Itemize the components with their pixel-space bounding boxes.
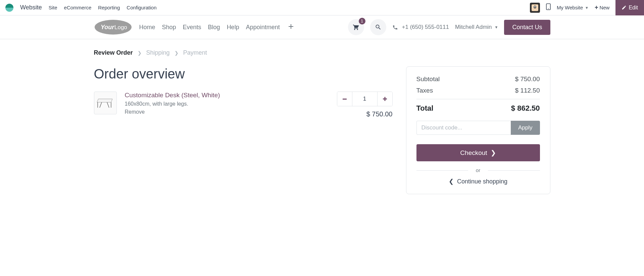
site-actions: 1 +1 (650) 555-0111 Mitchell Admin ▼ Con… <box>348 19 550 35</box>
cart-button[interactable]: 1 <box>348 19 364 35</box>
nav-home[interactable]: Home <box>139 24 155 31</box>
checkout-button[interactable]: Checkout ❯ <box>416 144 540 161</box>
edit-button-label: Edit <box>629 5 638 11</box>
or-divider: or <box>416 167 540 173</box>
admin-bar-right: My Website ▼ + New Edit <box>530 0 644 15</box>
edit-button[interactable]: Edit <box>615 0 644 15</box>
remove-item-link[interactable]: Remove <box>125 109 324 115</box>
quantity-stepper <box>337 92 393 106</box>
breadcrumb-shipping: Shipping <box>146 49 170 56</box>
summary-subtotal-row: Subtotal $ 750.00 <box>416 75 540 83</box>
chevron-right-icon: ❯ <box>491 149 496 157</box>
order-main: Order overview Customizable Desk (Steel,… <box>94 66 393 118</box>
summary-total-row: Total $ 862.50 <box>416 104 540 113</box>
nav-events[interactable]: Events <box>183 24 201 31</box>
svg-rect-10 <box>343 99 347 100</box>
cart-badge: 1 <box>359 18 365 24</box>
caret-down-icon: ▼ <box>585 6 589 10</box>
apply-discount-button[interactable]: Apply <box>511 121 540 135</box>
admin-bar-left: Website Site eCommerce Reporting Configu… <box>5 4 157 12</box>
phone-number: +1 (650) 555-0111 <box>402 24 449 31</box>
desk-icon <box>96 96 114 110</box>
user-avatar-icon[interactable] <box>530 3 540 13</box>
subtotal-value: $ 750.00 <box>515 75 540 83</box>
website-selector-label: My Website <box>557 5 583 10</box>
new-button[interactable]: + New <box>595 4 610 11</box>
nav-add-icon[interactable] <box>287 24 295 30</box>
nav-appointment[interactable]: Appointment <box>246 24 280 31</box>
user-name: Mitchell Admin <box>455 24 492 31</box>
odoo-logo-icon <box>5 4 13 12</box>
discount-code-input[interactable] <box>416 121 511 135</box>
mobile-preview-icon[interactable] <box>546 3 551 12</box>
app-name[interactable]: Website <box>20 4 42 11</box>
new-button-label: New <box>599 5 609 10</box>
svg-point-3 <box>534 6 534 7</box>
breadcrumb-review-order[interactable]: Review Order <box>94 49 133 56</box>
website-selector[interactable]: My Website ▼ <box>557 5 589 10</box>
discount-row: Apply <box>416 121 540 135</box>
page-title: Order overview <box>94 66 393 81</box>
product-thumbnail[interactable] <box>94 92 117 114</box>
checkout-button-label: Checkout <box>460 149 487 157</box>
admin-menu-site[interactable]: Site <box>49 5 57 10</box>
summary-taxes-row: Taxes $ 112.50 <box>416 87 540 94</box>
item-controls: $ 750.00 <box>332 92 393 118</box>
minus-icon <box>343 99 347 100</box>
chevron-left-icon: ❮ <box>449 178 454 185</box>
nav-blog[interactable]: Blog <box>208 24 220 31</box>
divider <box>416 99 540 99</box>
quantity-input[interactable] <box>352 92 378 106</box>
site-logo-icon[interactable]: Your Logo <box>94 19 133 35</box>
continue-shopping-link[interactable]: ❮ Continue shopping <box>416 178 540 185</box>
admin-menu-reporting[interactable]: Reporting <box>98 5 120 10</box>
site-header: Your Logo Home Shop Events Blog Help App… <box>0 15 644 39</box>
admin-bar: Website Site eCommerce Reporting Configu… <box>0 0 644 15</box>
svg-text:Your: Your <box>101 24 114 31</box>
chevron-right-icon: ❯ <box>175 50 179 56</box>
continue-shopping-label: Continue shopping <box>457 178 507 185</box>
chevron-right-icon: ❯ <box>138 50 142 56</box>
quantity-decrease-button[interactable] <box>337 92 352 106</box>
phone-info: +1 (650) 555-0111 <box>392 24 449 31</box>
item-info: Customizable Desk (Steel, White) 160x80c… <box>125 92 324 115</box>
checkout-breadcrumb: Review Order ❯ Shipping ❯ Payment <box>94 49 550 56</box>
nav-help[interactable]: Help <box>227 24 239 31</box>
caret-down-icon: ▼ <box>495 25 498 29</box>
svg-point-4 <box>536 6 536 7</box>
subtotal-label: Subtotal <box>416 75 440 83</box>
plus-icon: + <box>595 4 598 11</box>
page-content: Review Order ❯ Shipping ❯ Payment Order … <box>87 39 557 204</box>
search-icon <box>375 24 382 31</box>
item-price: $ 750.00 <box>366 110 393 118</box>
total-label: Total <box>416 104 434 113</box>
admin-menu-configuration[interactable]: Configuration <box>127 5 156 10</box>
cart-icon <box>353 24 359 31</box>
total-value: $ 862.50 <box>511 104 540 113</box>
cart-item: Customizable Desk (Steel, White) 160x80c… <box>94 92 393 118</box>
order-summary: Subtotal $ 750.00 Taxes $ 112.50 Total $… <box>406 66 550 194</box>
breadcrumb-payment: Payment <box>183 49 207 56</box>
plus-icon <box>383 97 387 101</box>
quantity-increase-button[interactable] <box>378 92 392 106</box>
nav-shop[interactable]: Shop <box>162 24 176 31</box>
svg-text:Logo: Logo <box>114 24 127 31</box>
taxes-label: Taxes <box>416 87 433 94</box>
contact-us-button[interactable]: Contact Us <box>504 20 550 35</box>
taxes-value: $ 112.50 <box>515 87 540 94</box>
phone-icon <box>392 24 398 30</box>
svg-point-6 <box>548 8 549 9</box>
user-dropdown[interactable]: Mitchell Admin ▼ <box>455 24 498 31</box>
search-button[interactable] <box>370 19 386 35</box>
admin-menu-ecommerce[interactable]: eCommerce <box>64 5 92 10</box>
product-description: 160x80cm, with large legs. <box>125 101 324 107</box>
product-name[interactable]: Customizable Desk (Steel, White) <box>125 92 324 99</box>
site-nav: Home Shop Events Blog Help Appointment <box>139 24 295 31</box>
pencil-icon <box>622 5 627 10</box>
